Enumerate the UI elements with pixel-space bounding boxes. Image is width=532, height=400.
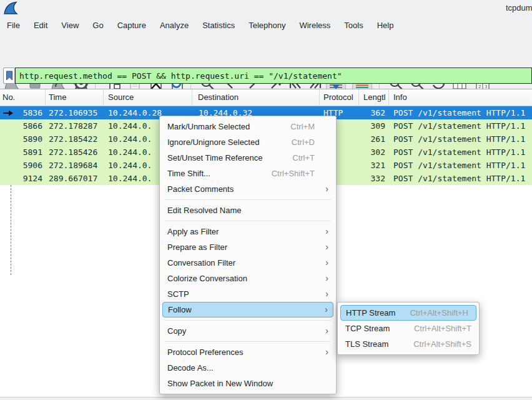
menu-edit[interactable]: Edit xyxy=(27,18,54,32)
filter-bar xyxy=(0,68,532,85)
column-header-info[interactable]: Info xyxy=(389,89,532,106)
menu-tools[interactable]: Tools xyxy=(337,18,370,32)
follow-submenu: HTTP Stream Ctrl+Alt+Shift+H TCP Stream … xyxy=(337,302,480,355)
wireshark-window: tcpdump File Edit View Go Capture Analyz… xyxy=(0,0,532,400)
menu-item-conversation-filter[interactable]: Conversation Filter › xyxy=(160,255,336,271)
menu-analyze[interactable]: Analyze xyxy=(153,18,195,32)
status-bar-edge xyxy=(0,397,532,400)
menu-item-time-shift[interactable]: Time Shift... Ctrl+Shift+T xyxy=(160,166,336,181)
menu-item-ignore-unignore-selected[interactable]: Ignore/Unignore Selected Ctrl+D xyxy=(160,134,336,150)
menu-item-show-packet-in-new-window[interactable]: Show Packet in New Window xyxy=(160,376,336,391)
menu-separator xyxy=(165,341,331,342)
menu-help[interactable]: Help xyxy=(370,18,401,32)
menu-item-packet-comments[interactable]: Packet Comments › xyxy=(160,181,336,197)
menu-separator xyxy=(165,320,331,321)
menubar: File Edit View Go Capture Analyze Statis… xyxy=(0,16,532,34)
menu-item-tcp-stream[interactable]: TCP Stream Ctrl+Alt+Shift+T xyxy=(338,321,479,336)
titlebar: tcpdump xyxy=(0,0,532,16)
menu-item-mark-unmark-selected[interactable]: Mark/Unmark Selected Ctrl+M xyxy=(160,119,336,134)
menu-item-apply-as-filter[interactable]: Apply as Filter › xyxy=(160,224,336,239)
column-header-source[interactable]: Source xyxy=(104,89,192,106)
menu-item-decode-as[interactable]: Decode As... xyxy=(160,360,336,376)
menu-wireless[interactable]: Wireless xyxy=(292,18,337,32)
menu-go[interactable]: Go xyxy=(86,18,110,32)
menu-item-set-unset-time-reference[interactable]: Set/Unset Time Reference Ctrl+T xyxy=(160,150,336,166)
main-toolbar: 123 xyxy=(0,34,532,65)
menu-item-sctp[interactable]: SCTP › xyxy=(160,286,336,302)
submenu-arrow-icon: › xyxy=(325,271,328,286)
column-header-protocol[interactable]: Protocol xyxy=(320,89,359,106)
menu-item-copy[interactable]: Copy › xyxy=(160,323,336,339)
filter-bookmark-button[interactable] xyxy=(3,68,15,84)
wireshark-logo-icon xyxy=(3,1,18,15)
column-header-time[interactable]: Time xyxy=(46,89,104,106)
menu-item-colorize-conversation[interactable]: Colorize Conversation › xyxy=(160,271,336,286)
column-header-destination[interactable]: Destination xyxy=(192,89,320,106)
menu-separator xyxy=(165,199,331,200)
submenu-arrow-icon: › xyxy=(325,239,328,255)
submenu-arrow-icon: › xyxy=(325,286,328,302)
submenu-arrow-icon: › xyxy=(325,323,328,339)
submenu-arrow-icon: › xyxy=(325,224,328,239)
submenu-arrow-icon: › xyxy=(325,344,328,360)
column-header-no[interactable]: No. xyxy=(0,89,46,106)
menu-separator xyxy=(165,221,331,221)
menu-item-tls-stream[interactable]: TLS Stream Ctrl+Alt+Shift+S xyxy=(338,336,479,352)
column-header-length[interactable]: Lengtl xyxy=(359,89,389,106)
menu-capture[interactable]: Capture xyxy=(111,18,153,32)
submenu-arrow-icon: › xyxy=(325,302,328,318)
menu-item-prepare-as-filter[interactable]: Prepare as Filter › xyxy=(160,239,336,255)
submenu-arrow-icon: › xyxy=(325,255,328,271)
menu-item-follow[interactable]: Follow › xyxy=(162,302,333,318)
current-packet-arrow-icon xyxy=(2,109,14,117)
menu-view[interactable]: View xyxy=(54,18,86,32)
menu-item-edit-resolved-name[interactable]: Edit Resolved Name xyxy=(160,202,336,218)
menu-statistics[interactable]: Statistics xyxy=(195,18,242,32)
menu-item-http-stream[interactable]: HTTP Stream Ctrl+Alt+Shift+H xyxy=(340,305,476,321)
menu-file[interactable]: File xyxy=(0,18,27,32)
menu-telephony[interactable]: Telephony xyxy=(242,18,292,32)
packet-list-header: No. Time Source Destination Protocol Len… xyxy=(0,89,532,106)
window-title: tcpdump xyxy=(506,3,532,12)
display-filter-input[interactable] xyxy=(15,68,532,84)
menu-item-protocol-preferences[interactable]: Protocol Preferences › xyxy=(160,344,336,360)
bookmark-icon xyxy=(6,71,13,81)
packet-context-menu: Mark/Unmark Selected Ctrl+M Ignore/Unign… xyxy=(159,116,337,394)
submenu-arrow-icon: › xyxy=(325,181,328,197)
